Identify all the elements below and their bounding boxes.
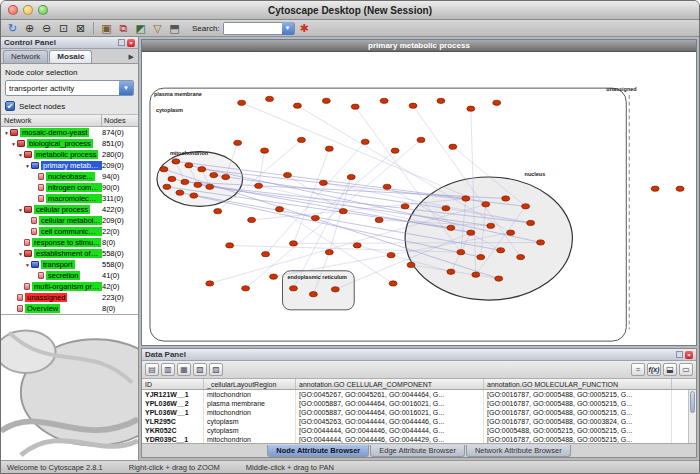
tab-edge-attribute-browser[interactable]: Edge Attribute Browser <box>370 445 465 457</box>
network-node[interactable] <box>375 217 383 222</box>
network-node[interactable] <box>168 176 176 181</box>
select-attributes-icon[interactable]: ▤ <box>145 363 159 376</box>
network-node[interactable] <box>185 163 193 168</box>
table-cell[interactable]: mitochondrion <box>204 390 296 399</box>
network-node[interactable] <box>262 252 270 257</box>
network-node[interactable] <box>226 243 234 248</box>
network-node[interactable] <box>449 144 457 149</box>
network-node[interactable] <box>493 100 501 105</box>
network-node[interactable] <box>322 98 330 103</box>
tab-mosaic[interactable]: Mosaic <box>49 50 92 63</box>
network-node[interactable] <box>311 215 319 220</box>
scrollbar-thumb[interactable] <box>690 391 695 413</box>
tree-item[interactable]: response to stimu...8(0) <box>1 237 138 248</box>
tree-item[interactable]: macromolecule...311(0) <box>1 193 138 204</box>
float-panel-icon[interactable] <box>118 39 125 46</box>
network-node[interactable] <box>391 148 399 153</box>
vizmapper-icon[interactable]: ◩ <box>133 21 148 35</box>
table-cell[interactable]: [GO:0045263, GO:0044444, GO:0044446, G..… <box>296 417 484 426</box>
tab-network-attribute-browser[interactable]: Network Attribute Browser <box>466 445 571 457</box>
network-node[interactable] <box>270 274 278 279</box>
network-node[interactable] <box>407 262 415 267</box>
table-cell[interactable]: YPL036W__1 <box>142 408 204 417</box>
network-node[interactable] <box>353 243 361 248</box>
zoom-out-icon[interactable]: ⊖ <box>39 21 54 35</box>
table-cell[interactable]: YPL036W__2 <box>142 399 204 408</box>
table-cell[interactable]: YKR052C <box>142 426 204 435</box>
network-node[interactable] <box>289 241 297 246</box>
plugins-icon[interactable]: ⬒ <box>167 21 182 35</box>
table-cell[interactable]: cytoplasm <box>204 426 296 435</box>
network-node[interactable] <box>190 193 198 198</box>
table-scrollbar[interactable] <box>688 390 696 443</box>
network-node[interactable] <box>517 254 525 259</box>
network-node[interactable] <box>417 137 425 142</box>
tree-item[interactable]: ▼transport558(0) <box>1 259 138 270</box>
network-node[interactable] <box>222 174 230 179</box>
network-node[interactable] <box>331 287 339 292</box>
network-node[interactable] <box>442 206 450 211</box>
delete-attribute-icon[interactable]: ▧ <box>193 363 207 376</box>
zoom-region-icon[interactable]: ⊡ <box>56 21 71 35</box>
table-cell[interactable]: [GO:0044444, GO:0044446, GO:0044429, G..… <box>296 435 484 444</box>
table-cell[interactable]: [GO:0045267, GO:0045261, GO:0044464, G..… <box>296 390 484 399</box>
tree-expand-icon[interactable]: ▼ <box>24 262 31 268</box>
filter-icon[interactable]: ▽ <box>150 21 165 35</box>
tab-node-attribute-browser[interactable]: Node Attribute Browser <box>267 445 369 457</box>
network-node[interactable] <box>297 137 305 142</box>
network-node[interactable] <box>206 281 214 286</box>
table-row[interactable]: YKR052Ccytoplasm[GO:0044444, GO:0044446,… <box>142 426 696 435</box>
table-cell[interactable]: YDR039C__1 <box>142 435 204 444</box>
tree-item[interactable]: cellular metabol...209(0) <box>1 215 138 226</box>
table-cell[interactable]: mitochondrion <box>204 435 296 444</box>
close-panel-icon[interactable]: × <box>685 351 693 359</box>
tree-expand-icon[interactable]: ▼ <box>10 141 17 147</box>
network-node[interactable] <box>409 103 417 108</box>
network-node[interactable] <box>447 269 455 274</box>
network-node[interactable] <box>487 223 495 228</box>
table-cell[interactable]: [GO:0016787, GO:0005488, GO:0005215, G..… <box>484 435 672 444</box>
tree-item[interactable]: ▼biological_process851(0) <box>1 138 138 149</box>
table-cell[interactable]: cytoplasm <box>204 417 296 426</box>
network-node[interactable] <box>676 186 684 191</box>
close-panel-icon[interactable]: × <box>127 39 135 47</box>
network-node[interactable] <box>522 204 530 209</box>
select-nodes-checkbox[interactable]: ✔ <box>5 101 15 111</box>
tab-network[interactable]: Network <box>3 50 48 63</box>
network-node[interactable] <box>462 196 470 201</box>
network-node[interactable] <box>537 240 545 245</box>
network-node[interactable] <box>361 139 369 144</box>
zoom-fit-icon[interactable]: ⊠ <box>73 21 88 35</box>
close-window-icon[interactable] <box>8 5 18 15</box>
network-node[interactable] <box>389 281 397 286</box>
table-row[interactable]: YLR295Ccytoplasm[GO:0045263, GO:0044444,… <box>142 417 696 426</box>
network-node[interactable] <box>181 179 189 184</box>
network-node[interactable] <box>261 148 269 153</box>
network-node[interactable] <box>176 190 184 195</box>
network-node[interactable] <box>198 167 206 172</box>
tree-item[interactable]: unassigned223(0) <box>1 292 138 303</box>
float-panel-icon[interactable] <box>676 351 683 358</box>
network-view-icon[interactable]: ⧉ <box>116 21 131 35</box>
network-node[interactable] <box>380 98 388 103</box>
tree-item[interactable]: ▼primary metabo...209(0) <box>1 160 138 171</box>
network-node[interactable] <box>325 250 333 255</box>
network-node[interactable] <box>339 209 347 214</box>
node-color-dropdown[interactable]: transporter activity ▼ <box>5 80 134 96</box>
network-node[interactable] <box>234 140 242 145</box>
tree-item[interactable]: ▼cellular process422(0) <box>1 204 138 215</box>
tree-item[interactable]: ▼mosaic-demo-yeast874(0) <box>1 127 138 138</box>
network-node[interactable] <box>266 96 274 101</box>
export-icon[interactable]: ▭ <box>679 363 693 376</box>
tree-expand-icon[interactable]: ▼ <box>3 130 10 136</box>
network-node[interactable] <box>383 184 391 189</box>
table-row[interactable]: YJR121W__1mitochondrion[GO:0045267, GO:0… <box>142 390 696 399</box>
table-cell[interactable]: [GO:0005488, GO:0005215, GO:0005215, G..… <box>484 426 672 435</box>
tree-expand-icon[interactable]: ▼ <box>17 152 24 158</box>
network-node[interactable] <box>347 174 355 179</box>
network-node[interactable] <box>255 183 263 188</box>
table-cell[interactable]: plasma membrane <box>204 399 296 408</box>
network-node[interactable] <box>467 106 475 111</box>
network-node[interactable] <box>206 184 214 189</box>
network-node[interactable] <box>172 159 180 164</box>
